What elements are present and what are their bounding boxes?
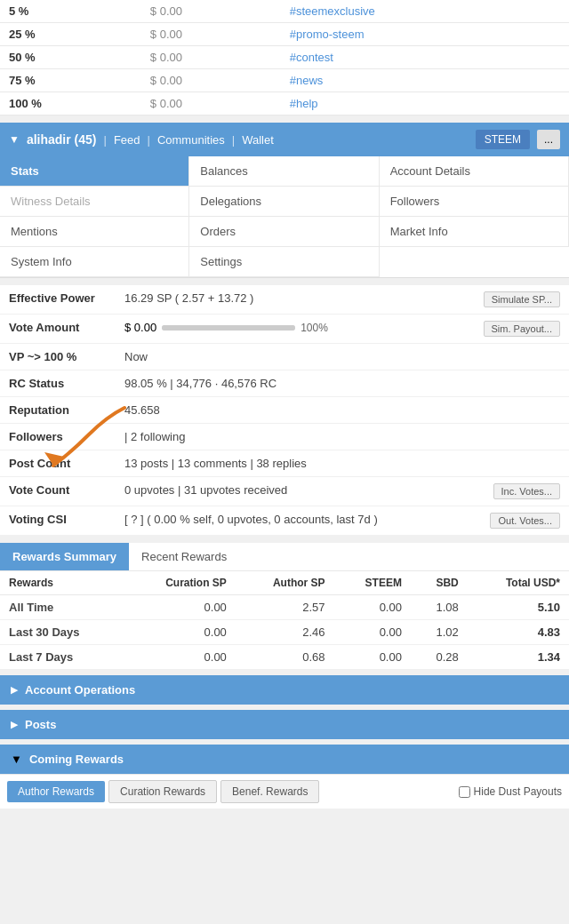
rewards-total-cell: 1.34 [468,645,569,670]
stat-action-button[interactable]: Sim. Payout... [484,321,560,337]
section-title: Posts [25,718,56,731]
vote-pct: 75 % [0,69,141,92]
separator: | [104,133,107,147]
rewards-cell: 2.46 [236,620,334,645]
vote-tag[interactable]: #news [281,69,569,92]
user-header: ▼ alihadir (45) | Feed | Communities | W… [0,123,569,156]
rewards-cell: 0.00 [124,595,236,620]
vote-amt: $ 0.00 [141,23,281,46]
bottom-tabs: Author RewardsCuration RewardsBenef. Rew… [0,774,569,808]
more-button[interactable]: ... [537,130,560,149]
stat-label: Effective Power [9,291,124,305]
nav-cell-settings[interactable]: Settings [189,247,379,277]
nav-cell-mentions[interactable]: Mentions [0,217,189,247]
stat-row-rc-status: RC Status98.05 % | 34,776 · 46,576 RC [0,370,569,397]
stat-label: Vote Count [9,483,124,497]
bottom-tab-author-rewards[interactable]: Author Rewards [7,781,105,802]
vote-table-row: 100 %$ 0.00#help [0,92,569,116]
bottom-tab-curation-rewards[interactable]: Curation Rewards [108,780,217,803]
vote-bar-fill [162,325,295,331]
rewards-column-header: Author SP [236,571,334,595]
stats-section: Effective Power16.29 SP ( 2.57 + 13.72 )… [0,285,569,536]
vote-tag[interactable]: #promo-steem [281,23,569,46]
stat-row-vote-amount: Vote Amount$ 0.00100%Sim. Payout... [0,315,569,344]
username[interactable]: alihadir (45) [27,132,97,147]
feed-link[interactable]: Feed [114,133,140,147]
nav-cell-delegations[interactable]: Delegations [189,187,379,217]
rewards-cell: Last 7 Days [0,645,124,670]
vote-table: 5 %$ 0.00#steemexclusive25 %$ 0.00#promo… [0,0,569,116]
stat-row-voting-csi: Voting CSI[ ? ] ( 0.00 % self, 0 upvotes… [0,506,569,536]
rewards-cell: 0.28 [411,645,468,670]
stat-label: RC Status [9,377,124,390]
vote-tag[interactable]: #help [281,92,569,116]
stat-label: VP ~> 100 % [9,350,124,363]
vote-pct-label: 100% [301,322,328,334]
rewards-cell: 1.08 [411,595,468,620]
collapsible-section-account-operations[interactable]: ▶Account Operations [0,675,569,705]
stat-value: Now [124,350,560,363]
rewards-cell: 0.00 [334,645,411,670]
recent-rewards-button[interactable]: Recent Rewards [129,543,239,570]
nav-cell-witness-details[interactable]: Witness Details [0,187,189,217]
stat-action-button[interactable]: Out. Votes... [490,513,560,529]
vote-amount-value: $ 0.00 [124,321,156,334]
vote-amt: $ 0.00 [141,46,281,69]
stat-row-vp-~>-100-%: VP ~> 100 %Now [0,344,569,370]
rewards-section: Rewards Summary Recent Rewards RewardsCu… [0,543,569,670]
nav-cell-followers[interactable]: Followers [380,187,569,217]
collapsible-section-posts[interactable]: ▶Posts [0,710,569,739]
vote-bar-track [162,325,295,331]
rewards-summary-button[interactable]: Rewards Summary [0,543,129,570]
nav-cell-orders[interactable]: Orders [189,217,379,247]
rewards-cell: All Time [0,595,124,620]
rewards-cell: 0.68 [236,645,334,670]
vote-amt: $ 0.00 [141,0,281,23]
bottom-tab-benef.-rewards[interactable]: Benef. Rewards [220,780,319,803]
stat-row-vote-count: Vote Count0 upvotes | 31 upvotes receive… [0,477,569,506]
separator3: | [232,133,235,147]
hide-dust-label: Hide Dust Payouts [474,785,562,798]
stat-label: Reputation [9,403,124,417]
stat-value: 98.05 % | 34,776 · 46,576 RC [124,377,560,390]
rewards-cell: 0.00 [334,595,411,620]
dropdown-arrow-icon[interactable]: ▼ [9,133,20,146]
nav-cell-balances[interactable]: Balances [189,156,379,187]
stat-value: 16.29 SP ( 2.57 + 13.72 ) [124,291,484,305]
stat-action-button[interactable]: Inc. Votes... [493,483,560,499]
vote-amt: $ 0.00 [141,92,281,116]
nav-cell-account-details[interactable]: Account Details [380,156,569,187]
vote-tag[interactable]: #contest [281,46,569,69]
nav-cell-system-info[interactable]: System Info [0,247,189,277]
rewards-cell: 2.57 [236,595,334,620]
stat-label: Followers [9,430,124,443]
stat-row-effective-power: Effective Power16.29 SP ( 2.57 + 13.72 )… [0,285,569,315]
stat-row-reputation: Reputation45.658 [0,397,569,424]
wallet-link[interactable]: Wallet [242,133,274,147]
rewards-cell: 0.00 [124,645,236,670]
rewards-column-header: STEEM [334,571,411,595]
stat-label: Voting CSI [9,513,124,526]
vote-table-row: 50 %$ 0.00#contest [0,46,569,69]
coming-rewards-section[interactable]: ▼ Coming Rewards [0,745,569,774]
rewards-column-header: SBD [411,571,468,595]
stat-value: 0 upvotes | 31 upvotes received [124,483,493,497]
stat-action-button[interactable]: Simulate SP... [484,291,560,307]
hide-dust-checkbox[interactable] [459,786,470,798]
vote-table-row: 75 %$ 0.00#news [0,69,569,92]
vote-table-row: 25 %$ 0.00#promo-steem [0,23,569,46]
section-arrow-icon: ▶ [11,684,18,696]
rewards-cell: 0.00 [334,620,411,645]
stat-label: Vote Amount [9,321,124,334]
vote-tag[interactable]: #steemexclusive [281,0,569,23]
communities-link[interactable]: Communities [157,133,225,147]
rewards-column-header: Rewards [0,571,124,595]
nav-cell-market-info[interactable]: Market Info [380,217,569,247]
vote-table-section: 5 %$ 0.00#steemexclusive25 %$ 0.00#promo… [0,0,569,116]
nav-cell-stats[interactable]: Stats [0,156,189,187]
stat-value: | 2 following [124,430,560,443]
stat-value: [ ? ] ( 0.00 % self, 0 upvotes, 0 accoun… [124,513,490,526]
steem-button[interactable]: STEEM [476,130,530,149]
rewards-table: RewardsCuration SPAuthor SPSTEEMSBDTotal… [0,571,569,670]
vote-pct: 50 % [0,46,141,69]
